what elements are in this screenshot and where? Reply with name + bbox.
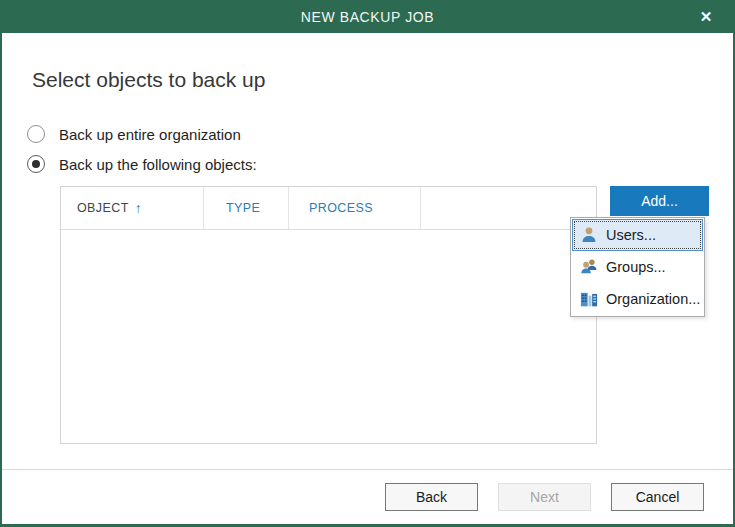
add-dropdown-menu: Users... Groups... — [570, 217, 705, 317]
organization-icon — [580, 290, 598, 308]
sort-ascending-icon: ↑ — [135, 200, 142, 216]
cancel-button[interactable]: Cancel — [611, 483, 704, 511]
next-button: Next — [498, 483, 591, 511]
column-header-process[interactable]: PROCESS — [289, 187, 421, 229]
radio-backup-following-objects[interactable]: Back up the following objects: — [27, 154, 257, 174]
user-icon — [580, 226, 598, 244]
page-title: Select objects to back up — [32, 68, 265, 92]
titlebar: NEW BACKUP JOB ✕ — [2, 0, 733, 33]
table-header-row: OBJECT ↑ TYPE PROCESS — [61, 187, 596, 230]
radio-circle-unselected[interactable] — [27, 125, 45, 143]
users-icon — [580, 258, 598, 276]
back-button[interactable]: Back — [385, 483, 478, 511]
radio-dot — [32, 160, 40, 168]
column-label: TYPE — [226, 201, 260, 215]
menu-item-label: Groups... — [606, 259, 666, 275]
radio-backup-entire-organization[interactable]: Back up entire organization — [27, 124, 241, 144]
column-label: OBJECT — [77, 201, 129, 215]
footer-bar: Back Next Cancel — [2, 469, 733, 524]
table-body-empty — [61, 230, 596, 444]
menu-item-groups[interactable]: Groups... — [572, 251, 703, 283]
dialog-title: NEW BACKUP JOB — [301, 9, 434, 25]
close-icon[interactable]: ✕ — [689, 0, 723, 33]
column-header-type[interactable]: TYPE — [204, 187, 289, 229]
add-button[interactable]: Add... — [610, 186, 709, 216]
menu-item-label: Users... — [606, 227, 656, 243]
menu-item-users[interactable]: Users... — [572, 219, 703, 251]
new-backup-job-dialog: NEW BACKUP JOB ✕ Select objects to back … — [0, 0, 735, 527]
radio-circle-selected[interactable] — [27, 155, 45, 173]
objects-table: OBJECT ↑ TYPE PROCESS — [60, 186, 597, 444]
menu-item-label: Organization... — [606, 291, 700, 307]
menu-item-organization[interactable]: Organization... — [572, 283, 703, 315]
column-label: PROCESS — [309, 201, 373, 215]
column-header-object[interactable]: OBJECT ↑ — [61, 187, 204, 229]
radio-label: Back up the following objects: — [59, 156, 257, 173]
radio-label: Back up entire organization — [59, 126, 241, 143]
